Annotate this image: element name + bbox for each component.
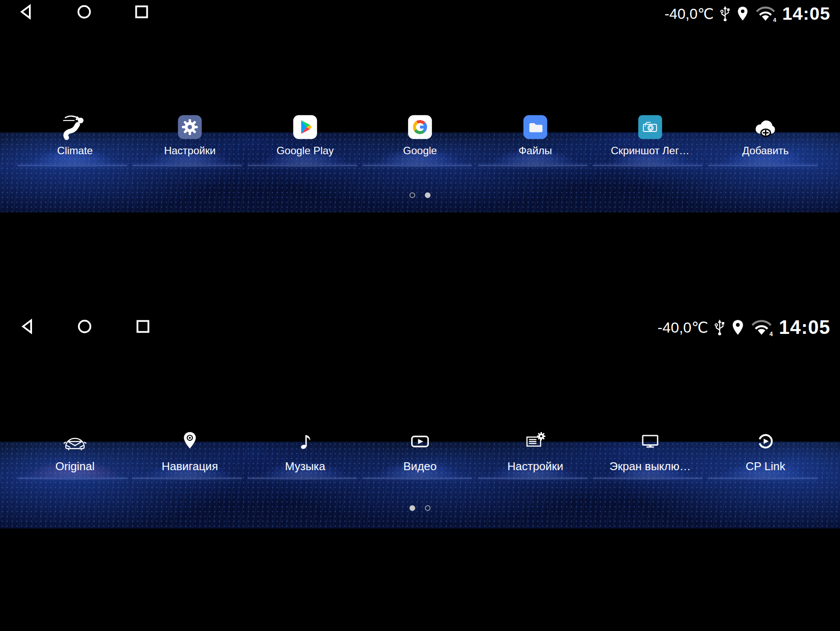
screenshot-camera-icon xyxy=(636,113,664,141)
nav-pin-icon xyxy=(176,427,204,455)
add-cloud-icon xyxy=(751,113,779,141)
wifi-icon: 4 xyxy=(755,5,776,22)
app-label: Файлы xyxy=(519,145,552,157)
app-tile-add[interactable]: Добавить xyxy=(708,113,823,157)
app-tile-music[interactable]: Музыка xyxy=(248,427,363,473)
clock: 14:05 xyxy=(779,316,830,338)
app-label: Original xyxy=(55,460,95,473)
climate-seat-icon xyxy=(61,113,89,141)
google-g-icon xyxy=(406,113,434,141)
app-tile-cp-link[interactable]: CP Link xyxy=(708,427,823,473)
home-button[interactable] xyxy=(76,4,93,20)
app-tile-settings[interactable]: Настройки xyxy=(132,113,247,157)
home-button[interactable] xyxy=(76,318,93,335)
recents-icon xyxy=(135,318,151,335)
app-tile-files[interactable]: Файлы xyxy=(478,113,593,157)
settings-doc-icon xyxy=(521,427,549,455)
app-tile-screenshot[interactable]: Скриншот Лег… xyxy=(593,113,708,157)
video-player-icon xyxy=(406,427,434,455)
app-label: Climate xyxy=(57,145,93,157)
page-dot-1[interactable] xyxy=(409,505,415,511)
wifi-level-badge: 4 xyxy=(769,330,773,337)
app-label: Навигация xyxy=(162,460,218,473)
app-tile-original[interactable]: Original xyxy=(18,427,132,473)
app-tile-screen-off[interactable]: Экран выклю… xyxy=(593,427,708,473)
recents-button[interactable] xyxy=(135,318,151,335)
location-icon xyxy=(737,6,749,21)
page-dot-2[interactable] xyxy=(425,505,431,511)
app-tile-video[interactable]: Видео xyxy=(363,427,477,473)
app-label: Настройки xyxy=(164,145,216,157)
app-label: Музыка xyxy=(285,460,325,473)
app-tile-navigation[interactable]: Навигация xyxy=(132,427,247,473)
app-tile-climate[interactable]: Climate xyxy=(18,113,132,157)
status-cluster: -40,0℃ 4 14:05 xyxy=(658,316,830,338)
app-tile-settings[interactable]: Настройки xyxy=(478,427,593,473)
car-icon xyxy=(61,427,89,455)
wifi-icon: 4 xyxy=(750,318,773,337)
back-button[interactable] xyxy=(18,4,35,20)
home-icon xyxy=(76,4,93,20)
page-dot-1[interactable] xyxy=(409,192,415,198)
wifi-level-badge: 4 xyxy=(773,17,776,22)
app-label: CP Link xyxy=(746,460,786,473)
app-tile-google[interactable]: Google xyxy=(363,113,477,157)
music-note-icon xyxy=(291,427,319,455)
app-label: Видео xyxy=(403,460,437,473)
status-cluster: -40,0℃ 4 14:05 xyxy=(665,4,830,24)
back-icon xyxy=(18,4,35,20)
app-tile-google-play[interactable]: Google Play xyxy=(248,113,363,157)
screenshot-bottom: -40,0℃ 4 14:05 xyxy=(0,213,840,529)
google-play-icon xyxy=(291,113,319,141)
location-icon xyxy=(731,319,744,336)
home-icon xyxy=(76,318,93,335)
files-folder-icon xyxy=(521,113,549,141)
settings-gear-icon xyxy=(176,113,204,141)
temperature-readout: -40,0℃ xyxy=(665,5,714,22)
app-label: Добавить xyxy=(742,145,789,157)
clock: 14:05 xyxy=(782,4,830,24)
app-label: Скриншот Лег… xyxy=(611,145,689,157)
page-dot-2[interactable] xyxy=(425,192,431,198)
app-label: Google Play xyxy=(277,145,334,157)
back-button[interactable] xyxy=(19,318,36,335)
back-icon xyxy=(19,318,36,335)
page-indicator xyxy=(409,505,431,511)
app-label: Экран выклю… xyxy=(609,460,691,473)
app-label: Настройки xyxy=(507,460,563,473)
screenshot-top: -40,0℃ 4 14:05 xyxy=(0,0,840,213)
bottom-filler xyxy=(0,528,840,631)
recents-icon xyxy=(133,4,150,20)
cp-link-icon xyxy=(751,427,779,455)
page-indicator xyxy=(409,192,431,198)
usb-icon xyxy=(719,5,731,22)
car-launcher-stage: -40,0℃ 4 14:05 xyxy=(0,0,840,631)
recents-button[interactable] xyxy=(133,4,150,20)
app-label: Google xyxy=(403,145,437,157)
usb-icon xyxy=(714,319,726,336)
temperature-readout: -40,0℃ xyxy=(658,319,708,336)
monitor-icon xyxy=(636,427,664,455)
